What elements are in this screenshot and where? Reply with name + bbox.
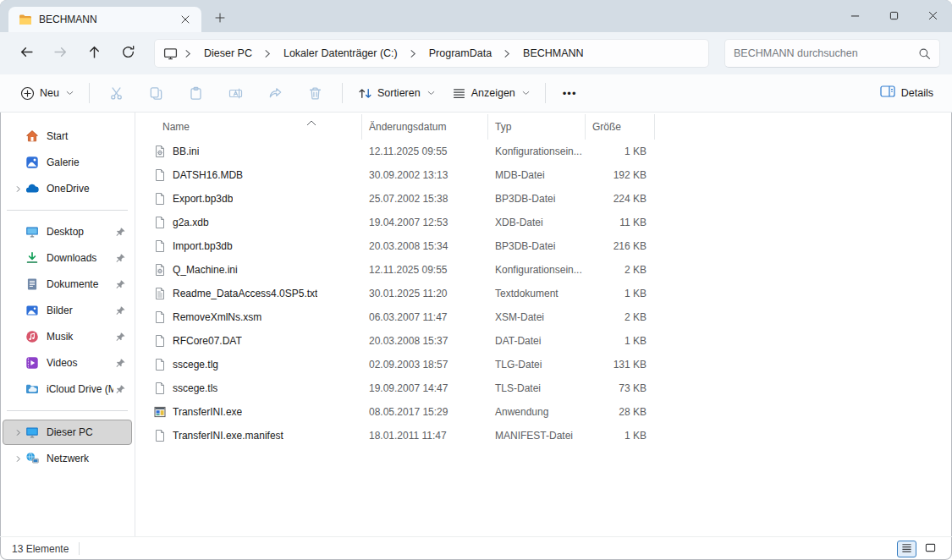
delete-icon[interactable] — [308, 86, 322, 101]
breadcrumb-chevron-icon[interactable] — [264, 49, 272, 58]
icons-view-toggle[interactable] — [921, 541, 940, 557]
sidebar-item-desktop[interactable]: Desktop — [3, 219, 132, 244]
forward-button[interactable] — [46, 40, 74, 67]
chevron-down-icon — [66, 91, 74, 96]
table-row[interactable]: Readme_DataAccess4.0SP5.txt30.01.2025 11… — [149, 282, 952, 305]
breadcrumb-chevron-icon[interactable] — [410, 49, 417, 58]
table-row[interactable]: DATSH16.MDB30.09.2002 13:13MDB-Datei192 … — [149, 163, 952, 187]
new-label: Neu — [40, 87, 59, 99]
file-size: 73 KB — [586, 382, 655, 394]
explorer-tab[interactable]: BECHMANN — [8, 7, 201, 32]
sidebar-item-label: iCloud Drive (Mi — [47, 383, 113, 395]
table-row[interactable]: Import.bp3db20.03.2008 15:34BP3DB-Datei2… — [149, 234, 952, 258]
file-size: 28 KB — [586, 406, 655, 418]
expand-chevron-icon[interactable] — [3, 429, 25, 436]
sidebar-item-onedrive[interactable]: OneDrive — [3, 176, 132, 201]
file-file-icon — [153, 429, 167, 442]
file-rows: BB.ini12.11.2025 09:55Konfigurationsein.… — [149, 140, 952, 447]
file-date: 08.05.2017 15:29 — [362, 406, 488, 418]
close-button[interactable] — [913, 0, 952, 32]
sort-label: Sortieren — [377, 87, 421, 99]
breadcrumb-segment[interactable]: BECHMANN — [516, 44, 591, 63]
table-row[interactable]: TransferINI.exe08.05.2017 15:29Anwendung… — [149, 400, 952, 424]
table-row[interactable]: BB.ini12.11.2025 09:55Konfigurationsein.… — [149, 140, 952, 163]
rename-icon[interactable] — [228, 86, 243, 101]
sidebar-item-label: Bilder — [47, 305, 113, 316]
breadcrumb-segment[interactable]: Lokaler Datenträger (C:) — [277, 44, 404, 63]
sidebar-item-dokumente[interactable]: Dokumente — [3, 272, 132, 297]
details-pane-button[interactable]: Details — [873, 80, 940, 106]
table-row[interactable]: Export.bp3db25.07.2002 15:38BP3DB-Datei2… — [149, 187, 952, 211]
view-label: Anzeigen — [471, 87, 515, 99]
home-icon — [25, 129, 39, 143]
file-name: g2a.xdb — [173, 217, 209, 228]
sidebar-item-bilder[interactable]: Bilder — [3, 298, 132, 323]
pin-icon — [115, 279, 126, 290]
table-row[interactable]: TransferINI.exe.manifest18.01.2011 11:47… — [149, 424, 952, 447]
address-bar[interactable]: Dieser PCLokaler Datenträger (C:)Program… — [154, 39, 709, 68]
column-label: Größe — [592, 121, 621, 133]
minimize-button[interactable] — [835, 0, 874, 32]
file-date: 02.09.2003 18:57 — [362, 359, 488, 371]
up-button[interactable] — [80, 40, 108, 67]
sidebar-item-start[interactable]: Start — [3, 124, 132, 149]
new-plus-icon — [20, 86, 35, 101]
file-date: 19.09.2007 14:47 — [362, 382, 488, 394]
details-view-toggle[interactable] — [897, 541, 916, 557]
up-icon — [87, 45, 102, 63]
breadcrumb-chevron-icon[interactable] — [504, 49, 511, 58]
sidebar-item-label: Netzwerk — [47, 453, 131, 464]
file-type: Anwendung — [488, 406, 586, 418]
icons-view-icon — [925, 541, 936, 557]
sidebar-item-videos[interactable]: Videos — [3, 350, 132, 376]
file-name: TransferINI.exe — [173, 406, 242, 418]
sidebar-item-dieser-pc[interactable]: Dieser PC — [3, 420, 132, 445]
status-bar: 13 Elemente — [0, 536, 952, 560]
paste-icon[interactable] — [189, 86, 203, 101]
column-header-name[interactable]: Name — [149, 114, 362, 140]
breadcrumb-segment[interactable]: ProgramData — [422, 44, 498, 63]
search-box[interactable] — [724, 39, 940, 68]
share-icon[interactable] — [268, 86, 283, 101]
breadcrumb-segment[interactable]: Dieser PC — [197, 44, 259, 63]
sidebar-item-downloads[interactable]: Downloads — [3, 245, 132, 271]
new-button[interactable]: Neu — [12, 81, 82, 106]
maximize-button[interactable] — [874, 0, 913, 32]
file-file-icon — [153, 239, 167, 253]
file-file-icon — [153, 334, 167, 348]
new-tab-button[interactable] — [208, 7, 232, 30]
sidebar-item-label: Musik — [47, 331, 113, 343]
view-button[interactable]: Anzeigen — [443, 81, 538, 106]
sidebar-item-galerie[interactable]: Galerie — [3, 150, 132, 175]
expand-chevron-icon[interactable] — [3, 185, 25, 193]
table-row[interactable]: RemoveXmlNs.xsm06.03.2007 11:47XSM-Datei… — [149, 305, 952, 329]
table-row[interactable]: sscege.tlg02.09.2003 18:57TLG-Datei131 K… — [149, 353, 952, 376]
refresh-button[interactable] — [113, 40, 142, 67]
cut-icon[interactable] — [109, 86, 124, 101]
column-header-type[interactable]: Typ — [488, 114, 586, 140]
sidebar-item-icloud-drive-mi[interactable]: iCloud Drive (Mi — [3, 376, 132, 402]
table-row[interactable]: g2a.xdb19.04.2007 12:53XDB-Datei11 KB — [149, 211, 952, 234]
search-icon — [918, 47, 931, 60]
back-button[interactable] — [12, 40, 41, 67]
column-label: Typ — [495, 121, 511, 133]
close-icon — [928, 8, 938, 24]
sort-button[interactable]: Sortieren — [349, 81, 443, 106]
file-file-icon — [153, 216, 167, 229]
copy-icon[interactable] — [149, 86, 163, 101]
search-input[interactable] — [734, 47, 918, 59]
more-options-button[interactable]: ••• — [553, 82, 587, 105]
pin-icon — [115, 384, 126, 395]
file-date: 18.01.2011 11:47 — [362, 430, 488, 442]
table-row[interactable]: Q_Machine.ini12.11.2025 09:55Konfigurati… — [149, 258, 952, 282]
breadcrumb-chevron-icon[interactable] — [184, 49, 192, 58]
table-row[interactable]: RFCore07.DAT20.03.2008 15:37DAT-Datei1 K… — [149, 329, 952, 353]
tab-close-icon[interactable] — [176, 10, 195, 29]
expand-chevron-icon[interactable] — [3, 455, 25, 463]
column-header-date[interactable]: Änderungsdatum — [362, 114, 488, 140]
pin-icon — [115, 305, 126, 316]
column-header-size[interactable]: Größe — [586, 114, 655, 140]
table-row[interactable]: sscege.tls19.09.2007 14:47TLS-Datei73 KB — [149, 376, 952, 400]
sidebar-item-musik[interactable]: Musik — [3, 324, 132, 349]
sidebar-item-netzwerk[interactable]: Netzwerk — [3, 446, 132, 471]
